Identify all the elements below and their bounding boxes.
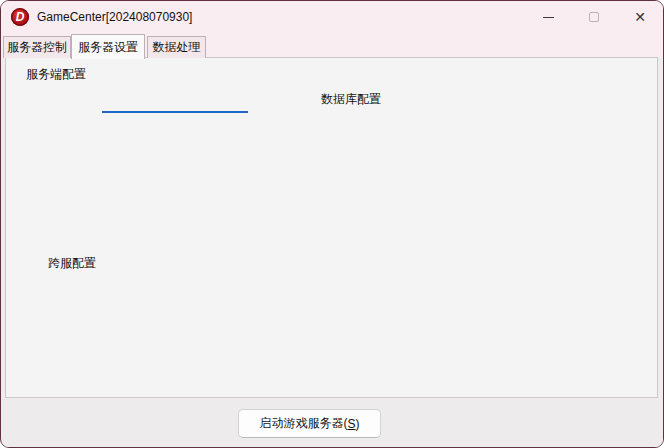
titlebar[interactable]: D GameCenter[202408070930] ✕	[1, 1, 663, 33]
start-button-accelerator: S	[347, 417, 355, 431]
close-button[interactable]: ✕	[617, 1, 663, 33]
app-window: D GameCenter[202408070930] ✕ 服务器控制 服务器设置…	[0, 0, 664, 448]
window-title: GameCenter[202408070930]	[37, 10, 192, 24]
maximize-button	[571, 1, 617, 33]
tab-data-processing[interactable]: 数据处理	[147, 36, 206, 58]
tab-pane	[5, 57, 658, 398]
group-server-config-title: 服务端配置	[23, 67, 89, 81]
close-icon: ✕	[634, 10, 646, 24]
tab-strip: 服务器控制 服务器设置 数据处理	[1, 33, 663, 58]
maximize-icon	[589, 12, 599, 22]
minimize-button[interactable]	[525, 1, 571, 33]
app-icon: D	[11, 8, 29, 26]
tab-server-control[interactable]: 服务器控制	[3, 36, 71, 58]
tab-server-settings[interactable]: 服务器设置	[71, 34, 145, 59]
group-database-config-title: 数据库配置	[318, 92, 384, 106]
group-cross-server-title: 跨服配置	[45, 256, 99, 270]
version-dir-focus-underline	[102, 111, 248, 113]
start-button-text: )	[356, 417, 360, 431]
start-game-server-button[interactable]: 启动游戏服务器(S)	[238, 409, 381, 438]
start-button-text: 启动游戏服务器(	[259, 415, 347, 432]
minimize-icon	[543, 17, 554, 18]
